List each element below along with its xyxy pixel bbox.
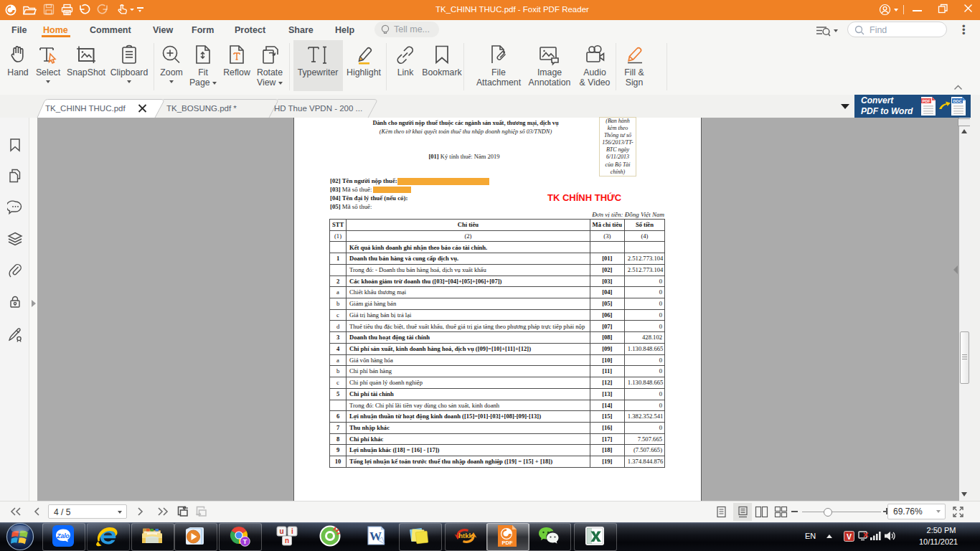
svg-text:PDF: PDF [502, 540, 513, 546]
svg-text:i: i [291, 527, 293, 535]
svg-text:W: W [369, 529, 382, 543]
svg-text:Zalo: Zalo [56, 532, 69, 540]
svg-text:u: u [279, 527, 283, 535]
svg-text:n: n [285, 537, 289, 545]
svg-text:V: V [847, 532, 852, 541]
svg-text:PDF: PDF [923, 99, 931, 103]
svg-text:T: T [243, 537, 248, 545]
svg-text:htkk: htkk [458, 532, 473, 540]
svg-text:DOC: DOC [953, 99, 961, 103]
